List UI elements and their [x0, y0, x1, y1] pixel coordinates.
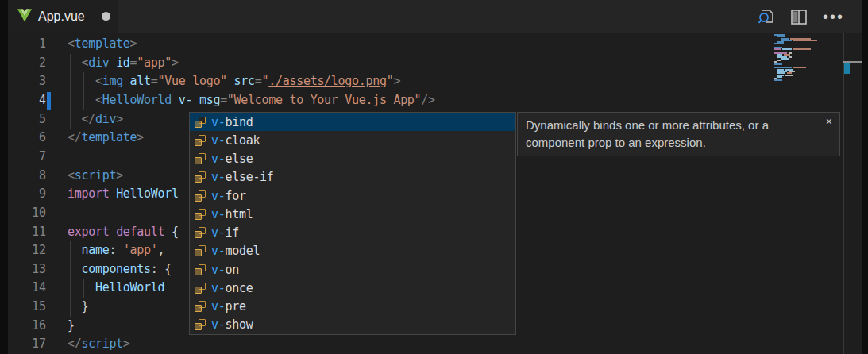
suggest-widget: v-bindv-cloakv-elsev-else-ifv-forv-htmlv… — [189, 112, 516, 335]
suggest-item-label: v-for — [211, 189, 246, 203]
split-editor-icon[interactable] — [791, 10, 807, 25]
line-number[interactable]: 11 — [8, 223, 46, 242]
line-number[interactable]: 12 — [8, 241, 46, 260]
code-text: import HelloWorl — [68, 185, 179, 204]
line-number[interactable]: 4 — [8, 91, 46, 110]
editor-tab-bar: App.vue ••• — [8, 0, 862, 33]
code-text: export default { — [68, 223, 179, 242]
suggest-item-v-once[interactable]: v-once — [190, 279, 515, 297]
field-icon — [194, 134, 206, 147]
vscode-editor-window: App.vue ••• 1<template>2 <div id= — [0, 0, 868, 354]
close-icon[interactable]: × — [826, 115, 832, 128]
suggest-item-label: v-model — [211, 244, 260, 258]
code-text: <script> — [68, 167, 123, 186]
suggest-item-v-show[interactable]: v-show — [190, 316, 515, 334]
suggest-item-label: v-else — [211, 152, 253, 166]
code-text: <img alt="Vue logo" src="./assets/logo.p… — [68, 72, 400, 91]
minimap[interactable] — [774, 34, 843, 82]
field-icon — [194, 116, 206, 129]
code-line-17[interactable]: 17</script> — [8, 335, 843, 354]
suggest-item-label: v-once — [211, 281, 253, 295]
suggest-item-v-else[interactable]: v-else — [190, 150, 515, 168]
suggest-item-v-model[interactable]: v-model — [190, 242, 515, 260]
code-text: </script> — [68, 335, 130, 354]
right-edge-strip — [862, 0, 868, 354]
field-icon — [194, 226, 206, 239]
line-number[interactable]: 7 — [8, 148, 46, 167]
field-icon — [194, 171, 206, 183]
gutter-modified-marker — [47, 92, 51, 110]
tab-title: App.vue — [38, 10, 85, 24]
suggest-item-v-bind[interactable]: v-bind — [190, 113, 515, 131]
code-text: HelloWorld — [68, 279, 164, 298]
code-text: } — [68, 317, 75, 336]
suggest-item-label: v-else-if — [211, 170, 274, 184]
line-number[interactable]: 3 — [8, 72, 46, 91]
editor-actions: ••• — [758, 0, 844, 33]
suggest-item-label: v-show — [211, 317, 253, 332]
code-text: components: { — [68, 260, 172, 279]
field-icon — [194, 282, 206, 294]
suggest-item-label: v-cloak — [211, 133, 260, 148]
field-icon — [194, 208, 206, 221]
suggest-item-v-if[interactable]: v-if — [190, 224, 515, 242]
open-preview-icon[interactable] — [758, 9, 775, 25]
suggest-item-v-for[interactable]: v-for — [190, 187, 515, 205]
line-number[interactable]: 16 — [8, 317, 46, 336]
line-number[interactable]: 1 — [8, 35, 46, 54]
suggest-docs-text: Dynamically binds one or more attributes… — [526, 118, 769, 149]
field-icon — [194, 300, 206, 313]
code-text: <div id="app"> — [68, 54, 179, 73]
line-number[interactable]: 2 — [8, 54, 46, 73]
suggest-item-v-on[interactable]: v-on — [190, 260, 515, 279]
line-number[interactable]: 17 — [8, 335, 46, 354]
overview-ruler[interactable] — [843, 33, 862, 354]
suggest-item-label: v-html — [211, 207, 253, 221]
suggest-item-v-cloak[interactable]: v-cloak — [190, 131, 515, 149]
line-number[interactable]: 10 — [8, 204, 46, 223]
field-icon — [194, 264, 206, 276]
modified-indicator-dot[interactable] — [102, 12, 110, 21]
suggest-item-v-pre[interactable]: v-pre — [190, 298, 515, 316]
minimap-row — [774, 79, 843, 81]
line-number[interactable]: 15 — [8, 298, 46, 317]
code-line-3[interactable]: 3 <img alt="Vue logo" src="./assets/logo… — [8, 72, 843, 91]
suggest-item-label: v-on — [211, 263, 239, 277]
code-text: } — [68, 298, 88, 317]
suggest-item-label: v-pre — [211, 299, 246, 314]
suggest-item-label: v-if — [211, 225, 239, 240]
code-line-4[interactable]: 4 <HelloWorld v- msg="Welcome to Your Vu… — [8, 91, 843, 110]
code-text: </template> — [68, 129, 144, 148]
field-icon — [194, 244, 206, 257]
left-edge-strip — [0, 0, 8, 354]
more-actions-icon[interactable]: ••• — [823, 13, 844, 21]
suggest-docs-tooltip: Dynamically binds one or more attributes… — [517, 112, 840, 156]
line-number[interactable]: 6 — [8, 129, 46, 148]
overview-modified-marker — [844, 63, 850, 74]
field-icon — [194, 190, 206, 202]
field-icon — [194, 318, 206, 331]
line-number[interactable]: 9 — [8, 185, 46, 204]
code-text: name: 'app', — [68, 241, 164, 260]
suggest-item-v-else-if[interactable]: v-else-if — [190, 168, 515, 187]
line-number[interactable]: 5 — [8, 110, 46, 129]
code-text: <HelloWorld v- msg="Welcome to Your Vue.… — [68, 91, 435, 110]
code-line-2[interactable]: 2 <div id="app"> — [8, 54, 843, 73]
suggest-item-label: v-bind — [211, 115, 253, 129]
code-line-1[interactable]: 1<template> — [8, 35, 843, 54]
code-text: <template> — [68, 35, 137, 54]
code-text: </div> — [68, 110, 123, 129]
suggest-item-v-html[interactable]: v-html — [190, 205, 515, 223]
field-icon — [194, 152, 206, 165]
line-number[interactable]: 14 — [8, 279, 46, 298]
vue-logo-icon — [17, 9, 32, 25]
line-number[interactable]: 8 — [8, 167, 46, 186]
line-number[interactable]: 13 — [8, 260, 46, 279]
